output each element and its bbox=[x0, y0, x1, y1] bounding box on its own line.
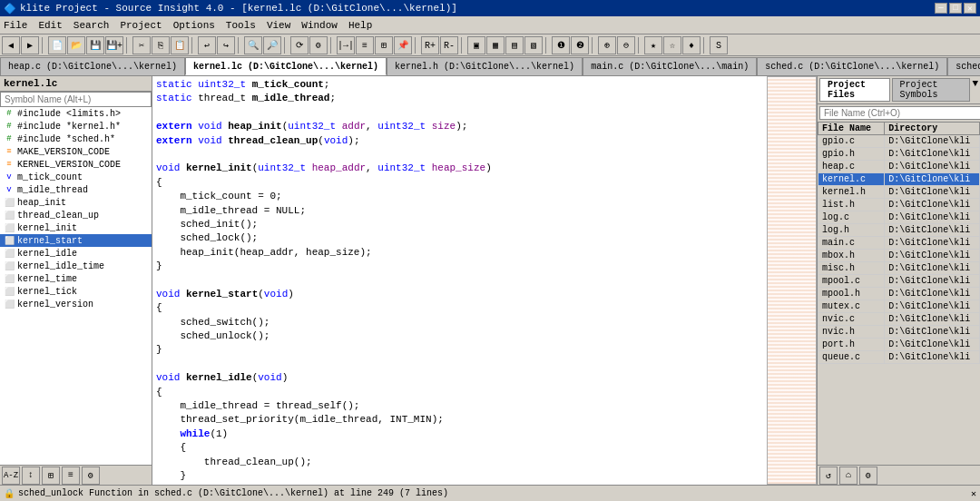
tb9[interactable]: ⊞ bbox=[375, 36, 393, 54]
menu-edit[interactable]: Edit bbox=[38, 20, 62, 31]
file-row[interactable]: nvic.cD:\GitClone\kli bbox=[818, 313, 980, 326]
sym-include-kernel[interactable]: # #include *kernel.h* bbox=[0, 120, 152, 133]
filter-button[interactable]: ⊞ bbox=[42, 467, 60, 485]
file-row[interactable]: kernel.cD:\GitClone\kli bbox=[818, 173, 980, 186]
menu-options[interactable]: Options bbox=[173, 20, 215, 31]
sym-kernel-idle[interactable]: ⬜ kernel_idle bbox=[0, 247, 152, 260]
tb20[interactable]: ⊖ bbox=[617, 36, 635, 54]
save-all-button[interactable]: 💾+ bbox=[105, 36, 123, 54]
cut-button[interactable]: ✂ bbox=[132, 36, 151, 54]
file-row[interactable]: mbox.hD:\GitClone\kli bbox=[818, 250, 980, 262]
menu-search[interactable]: Search bbox=[74, 20, 110, 31]
menu-file[interactable]: File bbox=[4, 20, 27, 31]
tb12[interactable]: R- bbox=[440, 36, 458, 54]
tb13[interactable]: ▣ bbox=[467, 36, 485, 54]
tb14[interactable]: ▦ bbox=[486, 36, 505, 54]
paste-button[interactable]: 📋 bbox=[171, 36, 189, 54]
sort-order-button[interactable]: ↕ bbox=[22, 467, 40, 485]
file-row[interactable]: mpool.cD:\GitClone\kli bbox=[818, 275, 980, 288]
right-panel-menu-button[interactable]: ▼ bbox=[972, 78, 978, 102]
tab-kernel-h[interactable]: kernel.h (D:\GitClone\...\kernel) bbox=[387, 57, 583, 75]
open-button[interactable]: 📂 bbox=[67, 36, 85, 54]
tab-main-c[interactable]: main.c (D:\GitClone\...\main) bbox=[583, 57, 757, 75]
close-status-button[interactable]: ✕ bbox=[971, 488, 976, 499]
sym-tick-count[interactable]: v m_tick_count bbox=[0, 171, 152, 183]
file-row[interactable]: port.hD:\GitClone\kli bbox=[818, 339, 980, 351]
tb22[interactable]: ☆ bbox=[663, 36, 681, 54]
sym-kernel-start[interactable]: ⬜ kernel_start bbox=[0, 234, 152, 247]
tb23[interactable]: ♦ bbox=[682, 36, 701, 54]
tb7[interactable]: |→| bbox=[337, 36, 355, 54]
file-row[interactable]: log.cD:\GitClone\kli bbox=[818, 211, 980, 224]
sym-heap-init[interactable]: ⬜ heap_init bbox=[0, 196, 152, 209]
code-content[interactable]: static uint32_t m_tick_count; static thr… bbox=[152, 76, 767, 485]
rp-settings-button[interactable]: ⚙ bbox=[859, 467, 877, 485]
home-button[interactable]: ⌂ bbox=[839, 467, 858, 485]
sym-idle-thread[interactable]: v m_idle_thread bbox=[0, 183, 152, 196]
file-row[interactable]: kernel.hD:\GitClone\kli bbox=[818, 186, 980, 199]
sym-kernel-time[interactable]: ⬜ kernel_time bbox=[0, 272, 152, 285]
tb24[interactable]: S bbox=[710, 36, 728, 54]
tb10[interactable]: 📌 bbox=[394, 36, 412, 54]
file-row[interactable]: list.hD:\GitClone\kli bbox=[818, 199, 980, 211]
tab-sched-c[interactable]: sched.c (D:\GitClone\...\kernel) bbox=[757, 57, 947, 75]
file-row[interactable]: gpio.cD:\GitClone\kli bbox=[818, 135, 980, 148]
file-row[interactable]: main.cD:\GitClone\kli bbox=[818, 237, 980, 250]
sym-include-limits[interactable]: # #include <limits.h> bbox=[0, 107, 152, 120]
find-ref-button[interactable]: 🔎 bbox=[263, 36, 281, 54]
file-row[interactable]: mutex.cD:\GitClone\kli bbox=[818, 300, 980, 313]
file-row[interactable]: misc.hD:\GitClone\kli bbox=[818, 262, 980, 275]
sym-make-version[interactable]: ≡ MAKE_VERSION_CODE bbox=[0, 145, 152, 158]
new-button[interactable]: 📄 bbox=[48, 36, 66, 54]
project-symbols-tab[interactable]: Project Symbols bbox=[892, 78, 971, 102]
sym-kernel-idle-time[interactable]: ⬜ kernel_idle_time bbox=[0, 260, 152, 272]
tb18[interactable]: ❷ bbox=[571, 36, 589, 54]
undo-button[interactable]: ↩ bbox=[198, 36, 216, 54]
maximize-button[interactable]: □ bbox=[949, 3, 962, 14]
az-sort-button[interactable]: A-Z bbox=[2, 467, 20, 485]
build-button[interactable]: ⚙ bbox=[309, 36, 328, 54]
symbol-search-input[interactable] bbox=[0, 92, 152, 107]
sym-include-sched[interactable]: # #include *sched.h* bbox=[0, 133, 152, 145]
tb19[interactable]: ⊕ bbox=[598, 36, 616, 54]
sym-kernel-version-code[interactable]: ≡ KERNEL_VERSION_CODE bbox=[0, 158, 152, 171]
menu-window[interactable]: Window bbox=[301, 20, 338, 31]
sym-kernel-init[interactable]: ⬜ kernel_init bbox=[0, 221, 152, 234]
menu-view[interactable]: View bbox=[267, 20, 290, 31]
tab-heap-c[interactable]: heap.c (D:\GitClone\...\kernel) bbox=[0, 57, 185, 75]
save-button[interactable]: 💾 bbox=[86, 36, 104, 54]
tb8[interactable]: ≡ bbox=[356, 36, 374, 54]
sync-button[interactable]: ⟳ bbox=[290, 36, 309, 54]
tab-kernel-lc[interactable]: kernel.lc (D:\GitClone\...\kernel) bbox=[185, 57, 387, 75]
list-view-button[interactable]: ≡ bbox=[62, 467, 80, 485]
file-row[interactable]: nvic.hD:\GitClone\kli bbox=[818, 326, 980, 339]
tb11[interactable]: R+ bbox=[421, 36, 439, 54]
minimize-button[interactable]: ─ bbox=[935, 3, 947, 14]
tb15[interactable]: ▤ bbox=[505, 36, 524, 54]
tb17[interactable]: ❶ bbox=[552, 36, 570, 54]
file-row[interactable]: heap.cD:\GitClone\kli bbox=[818, 161, 980, 173]
sym-thread-clean[interactable]: ⬜ thread_clean_up bbox=[0, 209, 152, 221]
menu-tools[interactable]: Tools bbox=[226, 20, 256, 31]
menu-help[interactable]: Help bbox=[348, 20, 372, 31]
file-row[interactable]: log.hD:\GitClone\kli bbox=[818, 224, 980, 237]
sym-kernel-tick[interactable]: ⬜ kernel_tick bbox=[0, 285, 152, 298]
redo-button[interactable]: ↪ bbox=[217, 36, 235, 54]
file-search-input[interactable] bbox=[819, 106, 980, 120]
copy-button[interactable]: ⎘ bbox=[152, 36, 170, 54]
file-row[interactable]: mpool.hD:\GitClone\kli bbox=[818, 288, 980, 300]
refresh-button[interactable]: ↺ bbox=[819, 467, 838, 485]
back-button[interactable]: ◀ bbox=[2, 36, 20, 54]
tab-sched-h[interactable]: sched.h (D:\GitClone\...\kernel) bbox=[947, 57, 980, 75]
sym-kernel-version[interactable]: ⬜ kernel_version bbox=[0, 298, 152, 310]
menu-project[interactable]: Project bbox=[120, 20, 162, 31]
settings-button[interactable]: ⚙ bbox=[82, 467, 100, 485]
project-files-tab[interactable]: Project Files bbox=[819, 78, 890, 102]
tb16[interactable]: ▧ bbox=[524, 36, 543, 54]
file-row[interactable]: gpio.hD:\GitClone\kli bbox=[818, 148, 980, 161]
search-button[interactable]: 🔍 bbox=[244, 36, 262, 54]
tb21[interactable]: ★ bbox=[644, 36, 662, 54]
forward-button[interactable]: ▶ bbox=[21, 36, 39, 54]
file-row[interactable]: queue.cD:\GitClone\kli bbox=[818, 351, 980, 364]
close-button[interactable]: ✕ bbox=[964, 3, 976, 14]
